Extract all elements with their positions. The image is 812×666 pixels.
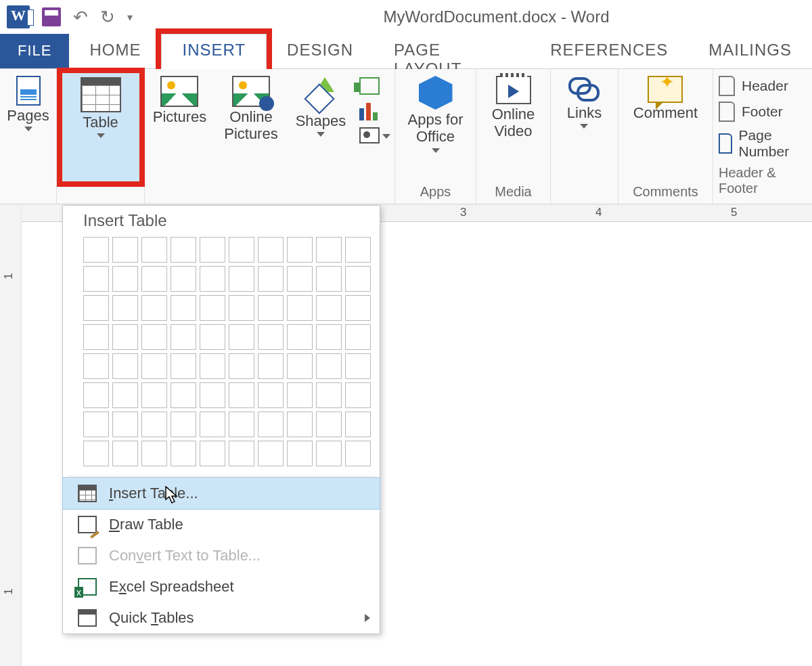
screenshot-button[interactable] xyxy=(359,127,390,143)
grid-cell[interactable] xyxy=(112,441,138,466)
grid-cell[interactable] xyxy=(83,266,109,292)
grid-cell[interactable] xyxy=(112,382,138,408)
save-icon[interactable] xyxy=(42,7,61,26)
grid-cell[interactable] xyxy=(200,412,225,437)
comment-button[interactable]: ✦ Comment xyxy=(629,73,702,124)
grid-cell[interactable] xyxy=(316,382,342,408)
grid-cell[interactable] xyxy=(345,382,371,408)
grid-cell[interactable] xyxy=(345,324,371,350)
shapes-button[interactable]: Shapes xyxy=(292,73,351,146)
grid-cell[interactable] xyxy=(171,324,196,350)
table-size-grid[interactable] xyxy=(63,234,380,474)
grid-cell[interactable] xyxy=(171,353,196,379)
grid-cell[interactable] xyxy=(345,441,371,466)
menu-excel-spreadsheet[interactable]: Excel Spreadsheet xyxy=(63,571,380,602)
grid-cell[interactable] xyxy=(112,237,138,263)
grid-cell[interactable] xyxy=(229,237,254,263)
footer-button[interactable]: Footer xyxy=(719,102,783,122)
grid-cell[interactable] xyxy=(112,266,138,292)
grid-cell[interactable] xyxy=(141,441,167,466)
grid-cell[interactable] xyxy=(200,266,225,292)
grid-cell[interactable] xyxy=(287,324,313,350)
grid-cell[interactable] xyxy=(229,412,254,437)
grid-cell[interactable] xyxy=(345,295,371,321)
grid-cell[interactable] xyxy=(171,237,196,263)
grid-cell[interactable] xyxy=(287,412,313,437)
grid-cell[interactable] xyxy=(83,353,109,379)
grid-cell[interactable] xyxy=(229,324,254,350)
grid-cell[interactable] xyxy=(258,266,284,292)
online-pictures-button[interactable]: Online Pictures xyxy=(220,73,281,146)
table-button[interactable]: Table xyxy=(62,73,139,181)
grid-cell[interactable] xyxy=(112,412,138,437)
smartart-icon[interactable] xyxy=(359,77,380,95)
grid-cell[interactable] xyxy=(258,382,284,408)
grid-cell[interactable] xyxy=(141,353,167,379)
grid-cell[interactable] xyxy=(229,353,254,379)
grid-cell[interactable] xyxy=(287,441,313,466)
grid-cell[interactable] xyxy=(200,353,225,379)
grid-cell[interactable] xyxy=(83,412,109,437)
online-video-button[interactable]: Online Video xyxy=(483,73,543,143)
grid-cell[interactable] xyxy=(141,412,167,437)
grid-cell[interactable] xyxy=(112,353,138,379)
links-button[interactable]: Links xyxy=(563,73,606,131)
grid-cell[interactable] xyxy=(287,237,313,263)
word-app-icon[interactable] xyxy=(7,5,30,28)
grid-cell[interactable] xyxy=(200,237,225,263)
grid-cell[interactable] xyxy=(258,237,284,263)
grid-cell[interactable] xyxy=(287,266,313,292)
grid-cell[interactable] xyxy=(83,382,109,408)
vertical-ruler[interactable]: 1 1 xyxy=(0,206,22,666)
grid-cell[interactable] xyxy=(316,324,342,350)
grid-cell[interactable] xyxy=(316,266,342,292)
menu-draw-table[interactable]: Draw Table xyxy=(63,509,380,540)
grid-cell[interactable] xyxy=(229,441,254,466)
grid-cell[interactable] xyxy=(141,237,167,263)
tab-insert[interactable]: INSERT xyxy=(161,34,267,69)
grid-cell[interactable] xyxy=(171,441,196,466)
grid-cell[interactable] xyxy=(316,441,342,466)
grid-cell[interactable] xyxy=(258,441,284,466)
grid-cell[interactable] xyxy=(258,412,284,437)
grid-cell[interactable] xyxy=(316,237,342,263)
grid-cell[interactable] xyxy=(83,295,109,321)
grid-cell[interactable] xyxy=(345,412,371,437)
grid-cell[interactable] xyxy=(229,266,254,292)
grid-cell[interactable] xyxy=(258,324,284,350)
grid-cell[interactable] xyxy=(200,324,225,350)
tab-references[interactable]: REFERENCES xyxy=(530,34,688,68)
redo-icon[interactable]: ↻ xyxy=(100,7,115,28)
grid-cell[interactable] xyxy=(316,353,342,379)
tab-home[interactable]: HOME xyxy=(69,34,161,68)
grid-cell[interactable] xyxy=(287,353,313,379)
grid-cell[interactable] xyxy=(200,295,225,321)
grid-cell[interactable] xyxy=(287,295,313,321)
tab-design[interactable]: DESIGN xyxy=(267,34,374,68)
grid-cell[interactable] xyxy=(229,382,254,408)
grid-cell[interactable] xyxy=(345,266,371,292)
grid-cell[interactable] xyxy=(171,382,196,408)
menu-insert-table[interactable]: Insert Table... xyxy=(63,478,380,509)
grid-cell[interactable] xyxy=(316,412,342,437)
grid-cell[interactable] xyxy=(229,295,254,321)
apps-for-office-button[interactable]: Apps for Office xyxy=(402,73,469,156)
grid-cell[interactable] xyxy=(258,295,284,321)
undo-icon[interactable]: ↶ xyxy=(73,7,88,28)
pictures-button[interactable]: Pictures xyxy=(149,73,210,146)
page-number-button[interactable]: Page Number xyxy=(719,127,807,160)
grid-cell[interactable] xyxy=(171,412,196,437)
grid-cell[interactable] xyxy=(141,266,167,292)
grid-cell[interactable] xyxy=(83,324,109,350)
grid-cell[interactable] xyxy=(141,382,167,408)
tab-file[interactable]: FILE xyxy=(0,34,69,68)
menu-quick-tables[interactable]: Quick Tables xyxy=(63,602,380,634)
grid-cell[interactable] xyxy=(171,266,196,292)
qat-customize-icon[interactable]: ▾ xyxy=(127,11,133,24)
grid-cell[interactable] xyxy=(287,382,313,408)
grid-cell[interactable] xyxy=(200,382,225,408)
grid-cell[interactable] xyxy=(83,441,109,466)
grid-cell[interactable] xyxy=(200,441,225,466)
pages-button[interactable]: Pages xyxy=(3,73,53,134)
grid-cell[interactable] xyxy=(258,353,284,379)
